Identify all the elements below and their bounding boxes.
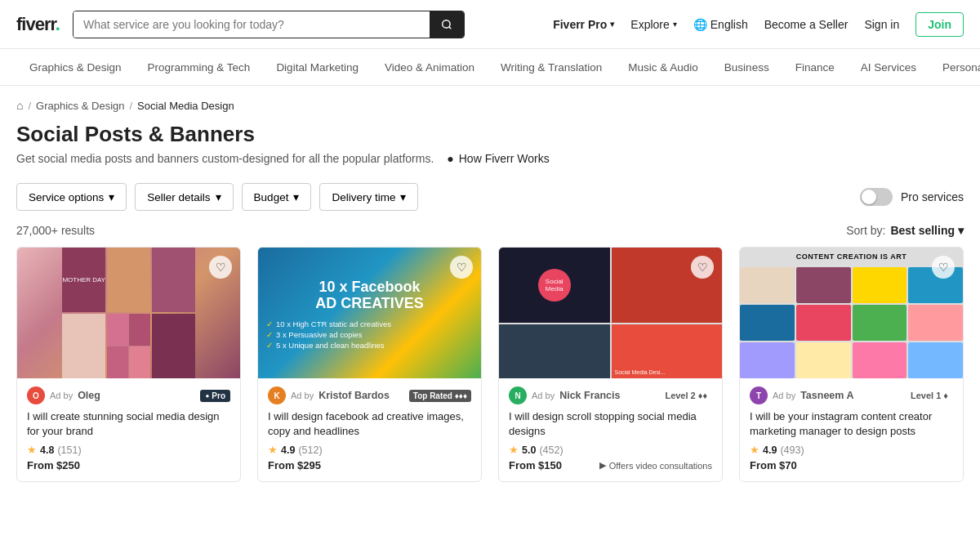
delivery-time-filter[interactable]: Delivery time ▾ <box>319 183 418 211</box>
cards-grid: MOTHER DAY ♡ O Ad by Oleg ●Pr <box>0 247 980 507</box>
price-row-3: From $150 ▶ Offers video consultations <box>509 459 712 471</box>
avatar-3: N <box>509 386 527 404</box>
language-selector[interactable]: 🌐 English <box>693 18 748 31</box>
nav-item-music[interactable]: Music & Audio <box>615 50 711 85</box>
budget-filter[interactable]: Budget ▾ <box>242 183 312 211</box>
breadcrumb-graphics[interactable]: Graphics & Design <box>36 100 124 112</box>
chevron-down-icon: ▾ <box>610 20 614 29</box>
logo[interactable]: fiverr. <box>16 14 60 35</box>
wishlist-icon[interactable]: ♡ <box>450 256 473 279</box>
how-fiverr-works-link[interactable]: ● How Fiverr Works <box>447 152 549 165</box>
become-seller-link[interactable]: Become a Seller <box>764 18 849 31</box>
card-image-3: SocialMedia Social Media Desi... ♡ <box>499 248 722 378</box>
star-icon: ★ <box>509 444 519 456</box>
card-body-3: N Ad by Nick Francis Level 2 ♦♦ I will d… <box>499 378 722 481</box>
video-consultation-tag: ▶ Offers video consultations <box>599 460 712 471</box>
price-row-1: From $250 <box>27 459 230 471</box>
video-icon: ▶ <box>599 460 606 471</box>
rating-row-3: ★ 5.0 (452) <box>509 444 712 456</box>
nav-item-personal[interactable]: Personal Growth <box>929 50 980 85</box>
star-icon: ★ <box>27 444 37 456</box>
card-image-4: CONTENT CREATION IS ART ♡ <box>740 248 963 378</box>
seller-row-2: K Ad by Kristof Bardos Top Rated ♦♦♦ <box>268 386 471 404</box>
seller-name-2[interactable]: Kristof Bardos <box>318 390 390 401</box>
nav-item-ai[interactable]: AI Services <box>848 50 929 85</box>
nav-item-graphics[interactable]: Graphics & Design <box>16 50 135 85</box>
nav-item-writing[interactable]: Writing & Translation <box>488 50 615 85</box>
card-desc-4: I will be your instagram content creator… <box>750 409 953 439</box>
card-image-1: MOTHER DAY ♡ <box>17 248 240 378</box>
explore-button[interactable]: Explore ▾ <box>630 18 676 31</box>
chevron-down-icon: ▾ <box>958 224 964 237</box>
card-body-4: T Ad by Tasneem A Level 1 ♦ I will be yo… <box>740 378 963 481</box>
price-2: From $295 <box>268 459 321 471</box>
seller-details-filter[interactable]: Seller details ▾ <box>135 183 233 211</box>
service-options-filter[interactable]: Service options ▾ <box>16 183 127 211</box>
wishlist-icon[interactable]: ♡ <box>691 256 714 279</box>
avatar-2: K <box>268 386 286 404</box>
search-input[interactable] <box>74 11 430 38</box>
card-body-2: K Ad by Kristof Bardos Top Rated ♦♦♦ I w… <box>258 378 481 481</box>
sort-selector[interactable]: Best selling ▾ <box>890 224 964 237</box>
seller-row-4: T Ad by Tasneem A Level 1 ♦ <box>750 386 953 404</box>
price-4: From $70 <box>750 459 797 471</box>
product-card-4[interactable]: CONTENT CREATION IS ART ♡ T Ad by <box>739 247 964 482</box>
pro-services-label: Pro services <box>901 190 964 203</box>
pro-toggle-area: Pro services <box>860 188 964 206</box>
card-desc-2: I will design facebook ad creative image… <box>268 409 471 439</box>
seller-row-3: N Ad by Nick Francis Level 2 ♦♦ <box>509 386 712 404</box>
nav-item-marketing[interactable]: Digital Marketing <box>263 50 372 85</box>
seller-name-4[interactable]: Tasneem A <box>800 390 853 401</box>
rating-row-1: ★ 4.8 (151) <box>27 444 230 456</box>
nav-item-programming[interactable]: Programming & Tech <box>135 50 264 85</box>
chevron-down-icon: ▾ <box>216 190 221 203</box>
price-3: From $150 <box>509 459 562 471</box>
card-image-2: 10 x FacebookAD CREATIVES ✓10 x High CTR… <box>258 248 481 378</box>
seller-name-1[interactable]: Oleg <box>78 390 100 401</box>
nav-item-video[interactable]: Video & Animation <box>372 50 488 85</box>
pro-services-toggle[interactable] <box>860 188 893 206</box>
search-bar <box>73 11 465 38</box>
page-description: Get social media posts and banners custo… <box>16 152 964 165</box>
card-desc-3: I will design scroll stopping social med… <box>509 409 712 439</box>
fiverr-pro-button[interactable]: Fiverr Pro ▾ <box>553 18 614 31</box>
sort-area: Sort by: Best selling ▾ <box>846 224 964 237</box>
page-title-section: Social Posts & Banners Get social media … <box>0 117 980 175</box>
price-1: From $250 <box>27 459 80 471</box>
join-button[interactable]: Join <box>915 12 964 37</box>
price-row-2: From $295 <box>268 459 471 471</box>
avatar-1: O <box>27 386 45 404</box>
rating-row-2: ★ 4.9 (512) <box>268 444 471 456</box>
rating-row-4: ★ 4.9 (493) <box>750 444 953 456</box>
chevron-down-icon: ▾ <box>400 190 406 203</box>
results-count: 27,000+ results <box>16 224 95 237</box>
product-card-2[interactable]: 10 x FacebookAD CREATIVES ✓10 x High CTR… <box>257 247 482 482</box>
page-title: Social Posts & Banners <box>16 122 964 147</box>
level1-badge-4: Level 1 ♦ <box>906 389 953 402</box>
chevron-down-icon: ▾ <box>293 190 299 203</box>
product-card-1[interactable]: MOTHER DAY ♡ O Ad by Oleg ●Pr <box>16 247 241 482</box>
level2-badge-3: Level 2 ♦♦ <box>660 389 712 402</box>
results-row: 27,000+ results Sort by: Best selling ▾ <box>0 221 980 247</box>
wishlist-icon[interactable]: ♡ <box>209 256 232 279</box>
card-body-1: O Ad by Oleg ●Pro I will create stunning… <box>17 378 240 481</box>
chevron-down-icon: ▾ <box>673 20 677 29</box>
chevron-down-icon: ▾ <box>109 190 114 203</box>
top-badge-2: Top Rated ♦♦♦ <box>409 390 471 402</box>
pro-badge-1: ●Pro <box>200 390 230 402</box>
sign-in-link[interactable]: Sign in <box>864 18 899 31</box>
card-desc-1: I will create stunning social media desi… <box>27 409 230 439</box>
header-right: Fiverr Pro ▾ Explore ▾ 🌐 English Become … <box>553 12 964 37</box>
svg-point-0 <box>443 20 450 27</box>
nav-item-finance[interactable]: Finance <box>782 50 848 85</box>
product-card-3[interactable]: SocialMedia Social Media Desi... ♡ N Ad … <box>498 247 723 482</box>
nav-item-business[interactable]: Business <box>711 50 782 85</box>
seller-name-3[interactable]: Nick Francis <box>559 390 620 401</box>
price-row-4: From $70 <box>750 459 953 471</box>
seller-row-1: O Ad by Oleg ●Pro <box>27 386 230 404</box>
search-button[interactable] <box>430 11 464 38</box>
breadcrumb: ⌂ / Graphics & Design / Social Media Des… <box>0 86 980 117</box>
star-icon: ★ <box>268 444 278 456</box>
nav-bar: Graphics & Design Programming & Tech Dig… <box>0 49 980 86</box>
home-icon[interactable]: ⌂ <box>16 99 23 112</box>
